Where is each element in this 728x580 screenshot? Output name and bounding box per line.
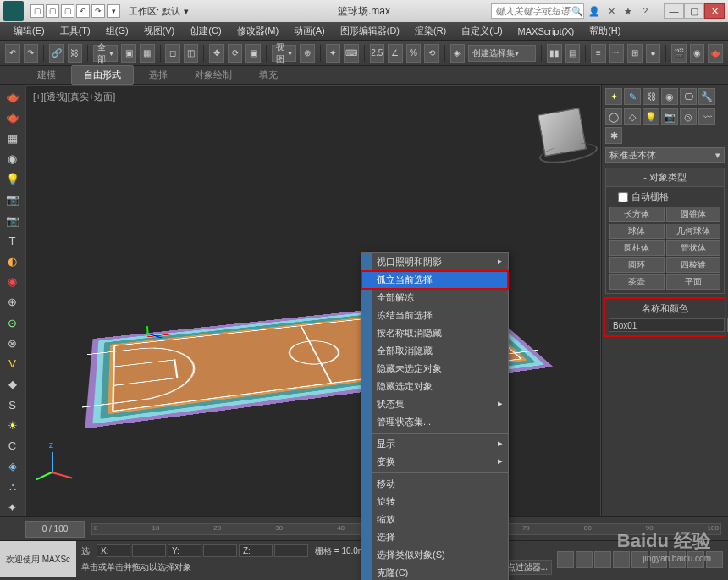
create-object-button[interactable]: 圆柱体 bbox=[609, 240, 665, 256]
context-menu-item[interactable]: 移动 bbox=[361, 475, 508, 493]
nav-pan-icon[interactable] bbox=[650, 551, 667, 568]
render-icon[interactable]: 🫖 bbox=[708, 44, 723, 63]
context-menu-item[interactable]: 克隆(C) bbox=[361, 564, 508, 580]
minimize-button[interactable]: — bbox=[664, 3, 684, 19]
context-menu-item[interactable]: 按名称取消隐藏 bbox=[361, 324, 508, 342]
favorite-icon[interactable]: ★ bbox=[621, 4, 635, 18]
percent-snap-icon[interactable]: % bbox=[406, 44, 422, 63]
named-selection[interactable]: 创建选择集 ▾ bbox=[468, 45, 536, 62]
goto-start-icon[interactable] bbox=[557, 551, 574, 568]
type-icon[interactable]: T bbox=[3, 232, 22, 250]
tab-freeform[interactable]: 自由形式 bbox=[71, 65, 134, 85]
shapes-icon[interactable]: ◇ bbox=[624, 108, 641, 125]
menu-tools[interactable]: 工具(T) bbox=[53, 23, 97, 39]
keyboard-shortcut-icon[interactable]: ⌨ bbox=[344, 44, 359, 63]
scale-icon[interactable]: ▣ bbox=[245, 44, 261, 63]
spacewarps-icon[interactable]: 〰 bbox=[698, 108, 715, 125]
context-menu-item[interactable]: 隐藏未选定对象 bbox=[361, 360, 508, 378]
tool1-icon[interactable]: ⊕ bbox=[3, 293, 22, 311]
menu-render[interactable]: 渲染(R) bbox=[408, 23, 453, 39]
menu-maxscript[interactable]: MAXScript(X) bbox=[511, 25, 582, 38]
cloud-icon[interactable]: ✕ bbox=[604, 4, 618, 18]
app-icon[interactable] bbox=[3, 1, 24, 21]
nav-orbit-icon[interactable] bbox=[687, 551, 704, 568]
create-object-button[interactable]: 圆锥体 bbox=[666, 207, 721, 222]
camera-icon[interactable]: 📷 bbox=[3, 191, 22, 208]
context-menu-item[interactable]: 全部解冻 bbox=[361, 289, 508, 307]
menu-edit[interactable]: 编辑(E) bbox=[7, 23, 52, 39]
object-name-input[interactable] bbox=[609, 318, 725, 332]
prev-frame-icon[interactable] bbox=[576, 551, 593, 568]
maxscript-listener[interactable]: 欢迎使用 MAXSc bbox=[0, 541, 76, 577]
curve-editor-icon[interactable]: 〰 bbox=[609, 44, 625, 63]
vray-icon[interactable]: ◉ bbox=[3, 273, 22, 290]
link-icon[interactable]: 🔗 bbox=[49, 44, 64, 63]
systems-icon[interactable]: ✱ bbox=[605, 127, 622, 144]
tool8-icon[interactable]: ◈ bbox=[3, 457, 22, 475]
unlink-icon[interactable]: ⛓ bbox=[68, 44, 83, 63]
spinner-snap-icon[interactable]: ⟲ bbox=[424, 44, 439, 63]
create-object-button[interactable]: 管状体 bbox=[666, 240, 721, 256]
angle-snap-icon[interactable]: ∠ bbox=[388, 44, 403, 63]
close-button[interactable]: ✕ bbox=[704, 3, 725, 19]
align-icon[interactable]: ▤ bbox=[565, 44, 581, 63]
teapot-icon[interactable]: 🫖 bbox=[3, 88, 22, 106]
undo-icon[interactable]: ↶ bbox=[5, 44, 20, 63]
select-name-icon[interactable]: ▦ bbox=[140, 44, 155, 63]
tool3-icon[interactable]: ⊗ bbox=[3, 334, 22, 352]
context-menu-item[interactable]: 视口照明和阴影 bbox=[361, 253, 508, 271]
create-tab-icon[interactable]: ✦ bbox=[605, 88, 622, 105]
material-icon[interactable]: ● bbox=[646, 44, 661, 63]
context-menu-item[interactable]: 显示 bbox=[361, 435, 508, 453]
tool4-icon[interactable]: V bbox=[3, 355, 22, 373]
tab-populate[interactable]: 填充 bbox=[247, 66, 290, 84]
menu-group[interactable]: 组(G) bbox=[99, 23, 135, 39]
context-menu-item[interactable]: 状态集 bbox=[361, 395, 508, 413]
helpers-icon[interactable]: ◎ bbox=[680, 108, 697, 125]
create-object-button[interactable]: 平面 bbox=[666, 274, 721, 290]
y-input[interactable] bbox=[203, 544, 237, 557]
pivot-icon[interactable]: ⊕ bbox=[300, 44, 315, 63]
edit-named-icon[interactable]: ◈ bbox=[450, 44, 466, 63]
mirror-icon[interactable]: ▮▮ bbox=[547, 44, 562, 63]
menu-custom[interactable]: 自定义(U) bbox=[455, 23, 509, 39]
workspace-selector[interactable]: 工作区: 默认▾ bbox=[129, 5, 189, 18]
utilities-tab-icon[interactable]: 🔧 bbox=[698, 88, 715, 105]
light-icon[interactable]: 💡 bbox=[3, 170, 22, 188]
context-menu-item[interactable]: 全部取消隐藏 bbox=[361, 342, 508, 360]
z-input[interactable] bbox=[274, 544, 308, 557]
sun-icon[interactable]: ☀ bbox=[3, 417, 22, 434]
move-icon[interactable]: ✥ bbox=[209, 44, 224, 63]
render-icon[interactable]: 🫖 bbox=[3, 108, 22, 126]
tool10-icon[interactable]: ✦ bbox=[3, 499, 22, 516]
maximize-button[interactable]: ▢ bbox=[684, 3, 704, 19]
create-object-button[interactable]: 茶壶 bbox=[609, 274, 665, 290]
create-object-button[interactable]: 球体 bbox=[609, 224, 665, 239]
tool5-icon[interactable]: ◆ bbox=[3, 375, 22, 393]
create-object-button[interactable]: 长方体 bbox=[609, 207, 665, 222]
menu-modifier[interactable]: 修改器(M) bbox=[230, 23, 286, 39]
context-menu-item[interactable]: 管理状态集... bbox=[361, 413, 508, 431]
geometry-icon[interactable]: ◯ bbox=[605, 108, 622, 125]
select-icon[interactable]: ▣ bbox=[121, 44, 136, 63]
manipulate-icon[interactable]: ✦ bbox=[326, 44, 341, 63]
ref-coord[interactable]: 视图 ▾ bbox=[272, 45, 296, 62]
selection-filter[interactable]: 全部 ▾ bbox=[93, 45, 118, 62]
context-menu-item[interactable]: 缩放 bbox=[361, 511, 508, 528]
nav-zoom-icon[interactable] bbox=[669, 551, 686, 568]
qa-new-icon[interactable]: ▢ bbox=[30, 4, 44, 18]
select-rect-icon[interactable]: ◻ bbox=[165, 44, 180, 63]
play-icon[interactable] bbox=[594, 551, 611, 568]
qa-more-icon[interactable]: ▾ bbox=[107, 4, 120, 18]
qa-undo-icon[interactable]: ↶ bbox=[76, 4, 90, 18]
context-menu-item[interactable]: 变换 bbox=[361, 453, 508, 471]
menu-view[interactable]: 视图(V) bbox=[137, 23, 182, 39]
goto-end-icon[interactable] bbox=[631, 551, 648, 568]
autogrid-checkbox[interactable] bbox=[618, 192, 628, 202]
tool7-icon[interactable]: C bbox=[3, 437, 22, 455]
viewport[interactable]: [+][透视][真实+边面] bbox=[25, 85, 601, 516]
create-object-button[interactable]: 四棱锥 bbox=[666, 257, 721, 273]
qa-open-icon[interactable]: ▢ bbox=[46, 4, 59, 18]
create-object-button[interactable]: 圆环 bbox=[609, 257, 665, 273]
tab-object-paint[interactable]: 对象绘制 bbox=[183, 66, 244, 84]
